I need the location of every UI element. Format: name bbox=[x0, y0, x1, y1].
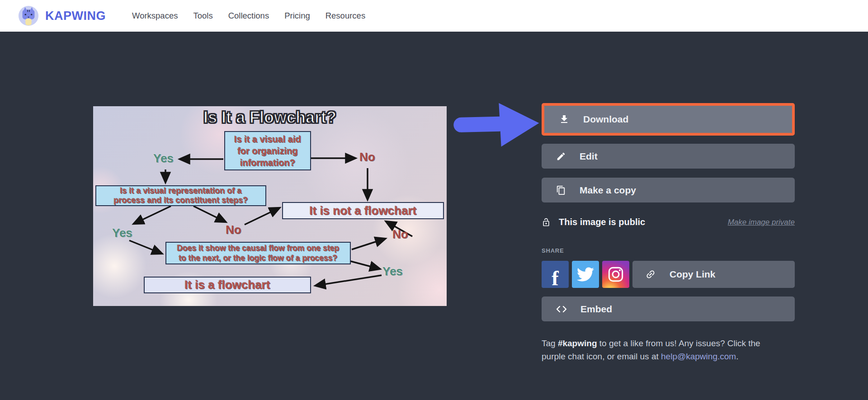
link-icon bbox=[645, 269, 656, 280]
flowchart-label-yes-2: Yes bbox=[112, 226, 132, 240]
kapwing-cat-icon bbox=[18, 5, 39, 26]
flowchart-label-no-3: No bbox=[392, 227, 408, 241]
download-icon bbox=[559, 114, 570, 125]
instagram-share-button[interactable] bbox=[602, 261, 629, 288]
privacy-row: This image is public Make image private bbox=[542, 217, 795, 227]
nav-item-resources[interactable]: Resources bbox=[326, 11, 365, 21]
pointer-arrow bbox=[453, 93, 543, 156]
help-text: Tag #kapwing to get a like from us! Any … bbox=[542, 337, 780, 363]
make-a-copy-label: Make a copy bbox=[580, 185, 636, 196]
help-email-link[interactable]: help@kapwing.com bbox=[661, 352, 736, 361]
flowchart-node-q2: Is it a visual representation of aproces… bbox=[95, 185, 266, 206]
make-image-private-link[interactable]: Make image private bbox=[728, 218, 795, 227]
make-a-copy-button[interactable]: Make a copy bbox=[542, 178, 795, 202]
flowchart-node-not-flowchart: It is not a flowchart bbox=[282, 202, 444, 219]
nav-item-collections[interactable]: Collections bbox=[228, 11, 269, 21]
brand-name: KAPWING bbox=[45, 9, 106, 23]
copy-link-label: Copy Link bbox=[670, 269, 716, 280]
kapwing-hashtag: #kapwing bbox=[558, 339, 597, 348]
image-preview: Is It a Flowchart? Is it a visual aidfor… bbox=[93, 106, 447, 306]
privacy-status: This image is public bbox=[559, 217, 645, 227]
top-navbar: KAPWING Workspaces Tools Collections Pri… bbox=[0, 0, 868, 32]
share-row: f Copy Link bbox=[542, 261, 795, 288]
facebook-share-button[interactable]: f bbox=[542, 261, 569, 288]
instagram-icon bbox=[607, 265, 625, 283]
action-panel: Download Edit Make a copy This image is … bbox=[542, 103, 795, 363]
twitter-share-button[interactable] bbox=[572, 261, 599, 288]
flowchart-label-yes-1: Yes bbox=[153, 151, 174, 165]
flowchart-label-yes-3: Yes bbox=[382, 264, 403, 278]
download-highlight-box: Download bbox=[542, 103, 795, 136]
kapwing-logo[interactable]: KAPWING bbox=[18, 5, 106, 26]
edit-button[interactable]: Edit bbox=[542, 144, 795, 169]
share-section-label: SHARE bbox=[542, 247, 795, 254]
flowchart-node-q1: Is it a visual aidfor organizinginformat… bbox=[224, 131, 311, 170]
download-button[interactable]: Download bbox=[544, 106, 792, 133]
code-icon bbox=[556, 305, 567, 314]
flowchart-label-no-1: No bbox=[359, 150, 375, 164]
nav-item-workspaces[interactable]: Workspaces bbox=[132, 11, 178, 21]
edit-label: Edit bbox=[580, 151, 598, 162]
flowchart-label-no-2: No bbox=[226, 223, 241, 237]
main-nav: Workspaces Tools Collections Pricing Res… bbox=[132, 11, 365, 21]
embed-label: Embed bbox=[580, 304, 612, 315]
copy-link-button[interactable]: Copy Link bbox=[632, 261, 795, 288]
facebook-icon: f bbox=[552, 266, 558, 288]
nav-item-pricing[interactable]: Pricing bbox=[284, 11, 310, 21]
twitter-icon bbox=[577, 266, 594, 283]
copy-icon bbox=[556, 185, 566, 195]
embed-button[interactable]: Embed bbox=[542, 296, 795, 321]
nav-item-tools[interactable]: Tools bbox=[193, 11, 212, 21]
flowchart-title: Is It a Flowchart? bbox=[93, 108, 447, 127]
pencil-icon bbox=[556, 151, 566, 161]
download-label: Download bbox=[583, 114, 628, 125]
lock-open-icon bbox=[542, 218, 551, 227]
flowchart-node-is-flowchart: It is a flowchart bbox=[144, 277, 311, 293]
flowchart-node-q3: Does it show the causal flow from one st… bbox=[165, 242, 351, 264]
